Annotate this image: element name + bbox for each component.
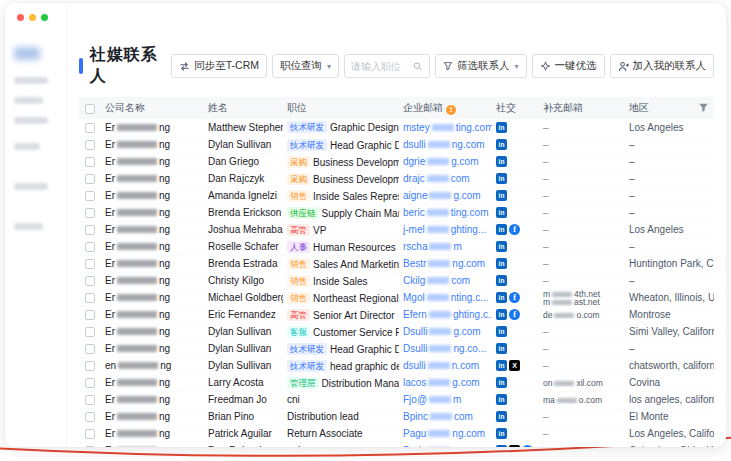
- email-link[interactable]: aigneg.com: [403, 190, 481, 201]
- maximize-window-button[interactable]: [41, 14, 48, 21]
- email-link[interactable]: lacosg.com: [403, 377, 480, 388]
- name-cell: Eric Fernandez: [204, 306, 283, 323]
- linkedin-icon[interactable]: in: [496, 360, 507, 371]
- name-cell: Dan Griego: [204, 153, 283, 170]
- email-link[interactable]: bericting.com: [403, 207, 488, 218]
- email-link[interactable]: Dsullig.com: [403, 326, 481, 337]
- row-checkbox[interactable]: [85, 191, 95, 201]
- email-link[interactable]: dgrieg.com: [403, 156, 478, 167]
- close-window-button[interactable]: [17, 14, 24, 21]
- column-filter-icon[interactable]: [698, 102, 709, 113]
- region-cell: –: [625, 272, 714, 289]
- row-checkbox[interactable]: [85, 276, 95, 286]
- twitter-x-icon[interactable]: X: [509, 445, 520, 447]
- column-header-company: 公司名称: [101, 97, 204, 119]
- position-cell: 销售Inside Sales: [283, 272, 399, 289]
- funnel-icon: [443, 61, 453, 71]
- position-text: VP: [313, 225, 326, 236]
- linkedin-icon[interactable]: in: [496, 326, 507, 337]
- linkedin-icon[interactable]: in: [496, 394, 507, 405]
- linkedin-icon[interactable]: in: [496, 377, 507, 388]
- row-checkbox[interactable]: [85, 361, 95, 371]
- row-checkbox[interactable]: [85, 259, 95, 269]
- row-checkbox[interactable]: [85, 174, 95, 184]
- email-link[interactable]: Mgolnting.c...: [403, 292, 489, 303]
- extra-email-cell: mao.com: [539, 391, 625, 408]
- row-checkbox[interactable]: [85, 327, 95, 337]
- linkedin-icon[interactable]: in: [496, 224, 507, 235]
- email-link[interactable]: Fjo@m: [403, 394, 461, 405]
- email-link[interactable]: rscham: [403, 241, 462, 252]
- email-link[interactable]: Drajcng.com: [403, 445, 485, 447]
- email-link[interactable]: Dsulling.co...: [403, 343, 486, 354]
- linkedin-icon[interactable]: in: [496, 275, 507, 286]
- row-checkbox[interactable]: [85, 225, 95, 235]
- sidebar-item-placeholder[interactable]: [14, 183, 48, 190]
- row-checkbox[interactable]: [85, 395, 95, 405]
- linkedin-icon[interactable]: in: [496, 309, 507, 320]
- row-checkbox[interactable]: [85, 344, 95, 354]
- email-link[interactable]: Ckilgcom: [403, 275, 470, 286]
- row-checkbox[interactable]: [85, 429, 95, 439]
- row-checkbox[interactable]: [85, 293, 95, 303]
- one-click-optimize-button[interactable]: 一键优选: [532, 54, 605, 78]
- facebook-icon[interactable]: f: [509, 224, 520, 235]
- linkedin-icon[interactable]: in: [496, 156, 507, 167]
- sync-to-tcrm-button[interactable]: 同步至T-CRM: [171, 54, 267, 78]
- row-checkbox[interactable]: [85, 412, 95, 422]
- linkedin-icon[interactable]: in: [496, 292, 507, 303]
- sidebar-item-placeholder[interactable]: [14, 77, 48, 84]
- search-icon[interactable]: [413, 61, 423, 72]
- facebook-icon[interactable]: f: [509, 292, 520, 303]
- extra-email-cell: –: [539, 255, 625, 272]
- email-link[interactable]: dsullin.com: [403, 360, 479, 371]
- row-checkbox[interactable]: [85, 242, 95, 252]
- row-checkbox[interactable]: [85, 140, 95, 150]
- row-checkbox[interactable]: [85, 123, 95, 133]
- redacted-text: [430, 413, 452, 420]
- select-all-checkbox[interactable]: [85, 104, 95, 114]
- linkedin-icon[interactable]: in: [496, 258, 507, 269]
- sidebar-item-placeholder[interactable]: [14, 97, 43, 104]
- linkedin-icon[interactable]: in: [496, 173, 507, 184]
- minimize-window-button[interactable]: [29, 14, 36, 21]
- position-search[interactable]: [344, 54, 430, 78]
- linkedin-icon[interactable]: in: [496, 190, 507, 201]
- filter-contacts-dropdown[interactable]: 筛选联系人 ▾: [435, 54, 527, 78]
- social-cell: inf: [492, 306, 539, 323]
- twitter-x-icon[interactable]: X: [509, 360, 520, 371]
- row-checkbox[interactable]: [85, 310, 95, 320]
- email-link[interactable]: Pagung.com: [403, 428, 485, 439]
- linkedin-icon[interactable]: in: [496, 411, 507, 422]
- email-link[interactable]: msteyting.com: [403, 122, 492, 133]
- linkedin-icon[interactable]: in: [496, 428, 507, 439]
- linkedin-icon[interactable]: in: [496, 139, 507, 150]
- email-link[interactable]: Bpinccom: [403, 411, 473, 422]
- row-checkbox[interactable]: [85, 208, 95, 218]
- row-checkbox[interactable]: [85, 378, 95, 388]
- facebook-icon[interactable]: f: [509, 309, 520, 320]
- position-query-dropdown[interactable]: 职位查询 ▾: [272, 54, 339, 78]
- position-search-input[interactable]: [351, 61, 413, 72]
- sidebar-item-placeholder[interactable]: [14, 117, 48, 124]
- facebook-icon[interactable]: f: [522, 445, 533, 447]
- email-warning-icon[interactable]: !: [446, 105, 456, 115]
- linkedin-icon[interactable]: in: [496, 241, 507, 252]
- email-link[interactable]: Bestrng.com: [403, 258, 485, 269]
- row-checkbox[interactable]: [85, 157, 95, 167]
- sidebar-item-placeholder[interactable]: [14, 143, 40, 150]
- linkedin-icon[interactable]: in: [496, 207, 507, 218]
- linkedin-icon[interactable]: in: [496, 343, 507, 354]
- company-cell: Erng: [101, 272, 204, 289]
- sidebar-item-placeholder[interactable]: [14, 223, 43, 230]
- email-link[interactable]: Efernghting.c...: [403, 309, 492, 320]
- email-link[interactable]: j-melghting...: [403, 224, 486, 235]
- company-cell: Erng: [101, 442, 204, 447]
- email-link[interactable]: drajccom: [403, 173, 470, 184]
- email-link[interactable]: dsulling.com: [403, 139, 485, 150]
- linkedin-icon[interactable]: in: [496, 445, 507, 447]
- row-checkbox[interactable]: [85, 446, 95, 447]
- add-to-my-contacts-button[interactable]: 加入我的联系人: [610, 54, 715, 78]
- sync-button-label: 同步至T-CRM: [194, 59, 259, 73]
- linkedin-icon[interactable]: in: [496, 122, 507, 133]
